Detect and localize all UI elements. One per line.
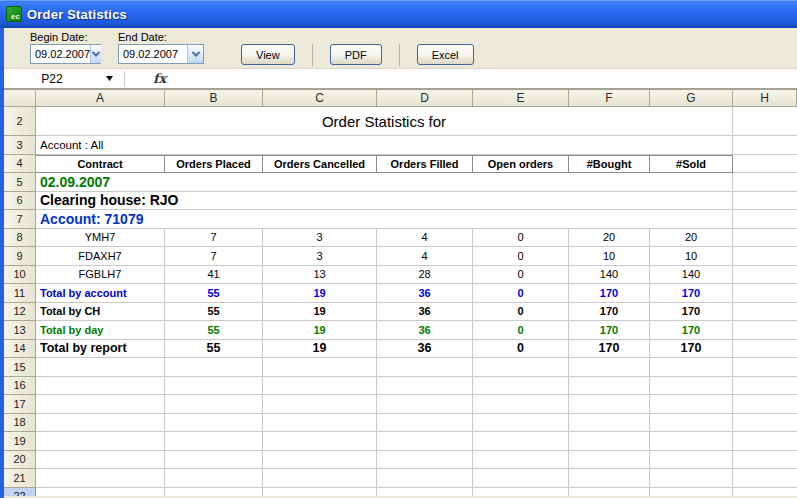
cell[interactable]: 140 — [569, 266, 650, 285]
fx-insert-function-icon[interactable]: fx — [153, 71, 166, 86]
cell[interactable]: 0 — [473, 340, 569, 359]
row-header[interactable]: 7 — [4, 210, 36, 229]
cell[interactable] — [733, 451, 797, 470]
column-header-c[interactable]: C — [263, 90, 377, 107]
row-header[interactable]: 12 — [4, 303, 36, 322]
cell[interactable]: 0 — [473, 266, 569, 285]
cell[interactable] — [569, 377, 650, 396]
cell-total-by-day-label[interactable]: Total by day — [36, 321, 165, 340]
cell[interactable] — [263, 469, 377, 488]
cell[interactable] — [733, 469, 797, 488]
cell[interactable] — [733, 284, 797, 303]
end-date-dropdown-button[interactable] — [187, 45, 203, 63]
cell[interactable] — [650, 358, 733, 377]
begin-date-combobox[interactable]: 09.02.2007 — [30, 44, 101, 64]
row-header[interactable]: 9 — [4, 247, 36, 266]
cell[interactable] — [650, 451, 733, 470]
app-icon[interactable]: ec — [6, 6, 22, 22]
cell[interactable] — [263, 432, 377, 451]
cell[interactable] — [377, 451, 473, 470]
cell[interactable] — [377, 469, 473, 488]
cell[interactable] — [569, 432, 650, 451]
cell[interactable]: 55 — [165, 284, 263, 303]
cell[interactable] — [733, 247, 797, 266]
cell[interactable] — [569, 451, 650, 470]
cell[interactable] — [377, 395, 473, 414]
cell[interactable] — [473, 395, 569, 414]
cell[interactable] — [263, 451, 377, 470]
cell[interactable] — [733, 173, 797, 192]
row-header[interactable]: 13 — [4, 321, 36, 340]
cell[interactable] — [569, 469, 650, 488]
row-header[interactable]: 2 — [4, 107, 36, 136]
cell[interactable]: 170 — [569, 303, 650, 322]
cell[interactable] — [733, 192, 797, 211]
row-header[interactable]: 21 — [4, 469, 36, 488]
cell[interactable]: 170 — [650, 340, 733, 359]
cell[interactable] — [473, 451, 569, 470]
cell[interactable] — [733, 136, 797, 155]
cell[interactable]: 28 — [377, 266, 473, 285]
cell-name-box[interactable]: P22 — [4, 72, 100, 86]
cell[interactable]: 20 — [569, 229, 650, 248]
cell[interactable] — [36, 488, 165, 497]
cell[interactable] — [165, 395, 263, 414]
row-header[interactable]: 18 — [4, 414, 36, 433]
cell[interactable] — [263, 358, 377, 377]
cell[interactable] — [263, 414, 377, 433]
cell[interactable] — [569, 395, 650, 414]
cell[interactable] — [36, 451, 165, 470]
name-box-dropdown-button[interactable] — [100, 76, 118, 81]
cell[interactable] — [377, 358, 473, 377]
column-header-g[interactable]: G — [650, 90, 733, 107]
cell[interactable]: 140 — [650, 266, 733, 285]
pdf-button[interactable]: PDF — [330, 44, 382, 65]
cell-header-sold[interactable]: #Sold — [650, 155, 733, 174]
cell-total-by-account-label[interactable]: Total by account — [36, 284, 165, 303]
cell-header-contract[interactable]: Contract — [36, 155, 165, 174]
cell[interactable]: 7 — [165, 247, 263, 266]
cell-contract[interactable]: FDAXH7 — [36, 247, 165, 266]
column-header-h[interactable]: H — [733, 90, 797, 107]
cell[interactable] — [473, 469, 569, 488]
cell-header-orders-filled[interactable]: Orders Filled — [377, 155, 473, 174]
excel-button[interactable]: Excel — [417, 44, 474, 65]
cell[interactable] — [733, 340, 797, 359]
cell[interactable] — [165, 488, 263, 497]
cell[interactable]: 19 — [263, 284, 377, 303]
cell[interactable] — [733, 107, 797, 136]
row-header[interactable]: 4 — [4, 155, 36, 174]
row-header[interactable]: 11 — [4, 284, 36, 303]
cell[interactable] — [569, 414, 650, 433]
cell[interactable] — [473, 432, 569, 451]
cell[interactable] — [36, 377, 165, 396]
cell[interactable]: 4 — [377, 247, 473, 266]
cell[interactable] — [263, 395, 377, 414]
cell[interactable]: 36 — [377, 284, 473, 303]
cell[interactable] — [165, 358, 263, 377]
cell[interactable] — [650, 377, 733, 396]
column-header-b[interactable]: B — [165, 90, 263, 107]
cell[interactable] — [569, 488, 650, 497]
cell[interactable]: 170 — [569, 321, 650, 340]
cell[interactable] — [733, 210, 797, 229]
cell[interactable] — [165, 414, 263, 433]
column-header-f[interactable]: F — [569, 90, 650, 107]
cell[interactable]: 19 — [263, 303, 377, 322]
cell-account-filter[interactable]: Account : All — [36, 136, 733, 155]
cell[interactable] — [165, 432, 263, 451]
cell[interactable] — [377, 488, 473, 497]
cell[interactable] — [733, 395, 797, 414]
cell[interactable] — [733, 358, 797, 377]
cell[interactable] — [733, 266, 797, 285]
row-header[interactable]: 8 — [4, 229, 36, 248]
cell[interactable]: 36 — [377, 340, 473, 359]
cell[interactable]: 0 — [473, 321, 569, 340]
row-header[interactable]: 3 — [4, 136, 36, 155]
column-header-e[interactable]: E — [473, 90, 569, 107]
cell[interactable]: 19 — [263, 340, 377, 359]
cell-report-date[interactable]: 02.09.2007 — [36, 173, 733, 192]
cell[interactable]: 7 — [165, 229, 263, 248]
row-header[interactable]: 10 — [4, 266, 36, 285]
cell[interactable]: 13 — [263, 266, 377, 285]
